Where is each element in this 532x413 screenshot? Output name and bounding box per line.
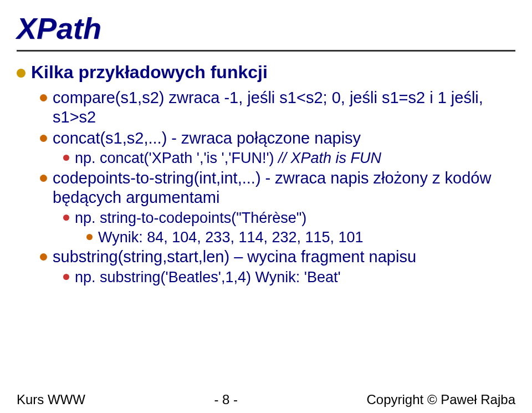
bullet-text: np. substring('Beatles',1,4) Wynik: 'Bea… (75, 268, 515, 287)
bullet-level3: np. string-to-codepoints("Thérèse") (63, 209, 515, 227)
bullet-level4: Wynik: 84, 104, 233, 114, 232, 115, 101 (86, 228, 515, 246)
bullet-level3: np. substring('Beatles',1,4) Wynik: 'Bea… (63, 268, 515, 287)
footer-right: Copyright © Paweł Rajba (367, 392, 515, 407)
slide-title: XPath (17, 11, 101, 45)
bullet-text: codepoints-to-string(int,int,...) - zwra… (53, 169, 515, 208)
bullet-icon (40, 94, 47, 101)
bullet-level3: np. concat('XPath ','is ','FUN!') // XPa… (63, 149, 515, 167)
title-rule (17, 50, 515, 52)
bullet-icon (86, 234, 93, 240)
bullet-icon (40, 135, 47, 142)
bullet-level2: substring(string,start,len) – wycina fra… (40, 247, 515, 267)
slide-footer: Kurs WWW - 8 - Copyright © Paweł Rajba (0, 392, 532, 407)
bullet-level2: codepoints-to-string(int,int,...) - zwra… (40, 169, 515, 208)
bullet-icon (63, 274, 69, 280)
bullet-text: substring(string,start,len) – wycina fra… (53, 247, 515, 267)
slide-content: Kilka przykładowych funkcji compare(s1,s… (17, 60, 515, 287)
bullet-icon (40, 253, 47, 261)
bullet-level2: concat(s1,s2,...) - zwraca połączone nap… (40, 129, 515, 148)
bullet-text: np. concat('XPath ','is ','FUN!') // XPa… (75, 149, 515, 167)
footer-left: Kurs WWW (17, 392, 85, 407)
bullet-text: concat(s1,s2,...) - zwraca połączone nap… (53, 129, 515, 148)
bullet-text: Kilka przykładowych funkcji (31, 62, 515, 83)
bullet-icon (63, 155, 69, 161)
bullet-text: Wynik: 84, 104, 233, 114, 232, 115, 101 (98, 228, 515, 246)
bullet-text: compare(s1,s2) zwraca -1, jeśli s1<s2; 0… (53, 88, 515, 128)
bullet-icon (40, 175, 47, 182)
bullet-level1: Kilka przykładowych funkcji (17, 62, 515, 83)
bullet-level2: compare(s1,s2) zwraca -1, jeśli s1<s2; 0… (40, 88, 515, 128)
slide: XPath Kilka przykładowych funkcji compar… (0, 0, 532, 413)
bullet-icon (63, 215, 69, 221)
bullet-text: np. string-to-codepoints("Thérèse") (75, 209, 515, 227)
footer-center: - 8 - (214, 392, 238, 407)
code-text: np. concat('XPath ','is ','FUN!') (75, 150, 278, 166)
comment-text: // XPath is FUN (278, 150, 381, 166)
bullet-icon (17, 69, 25, 78)
